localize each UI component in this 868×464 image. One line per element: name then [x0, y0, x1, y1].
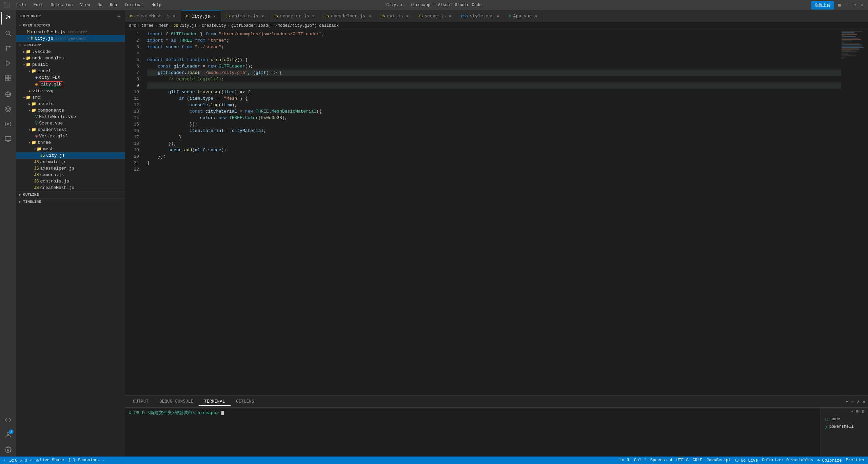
city-close-icon[interactable]: ✕: [27, 36, 29, 41]
menu-file[interactable]: File: [15, 2, 27, 8]
folder-node-modules[interactable]: ▶ 📁 node_modules: [16, 55, 125, 61]
tab-scene-close[interactable]: ✕: [448, 14, 453, 19]
folder-src[interactable]: ▾ 📁 src: [16, 94, 125, 101]
open-editor-createMesh[interactable]: M createMesh.js src\three: [16, 29, 125, 35]
folder-mesh[interactable]: ▾ 📁 mesh: [16, 146, 125, 152]
file-city-glb[interactable]: ◉ city.glb: [16, 81, 125, 88]
live-share-button[interactable]: ◎ Live Share: [36, 458, 64, 463]
folder-model[interactable]: ▾ 📁 model: [16, 68, 125, 74]
code-editor[interactable]: 1 2 3 4 5 6 7 8 9 10 11 12 13 14 15 16 1: [125, 30, 841, 395]
outline-header[interactable]: ▶ OUTLINE: [16, 191, 125, 198]
layout-icon[interactable]: ⊞: [838, 2, 841, 8]
go-live[interactable]: ⬡ Go Live: [735, 458, 758, 463]
activity-remote-explorer[interactable]: [1, 88, 15, 101]
menu-selection[interactable]: Selection: [50, 2, 74, 8]
open-editor-city[interactable]: ✕ M City.js src\three\mesh: [16, 35, 125, 42]
tab-city[interactable]: JS City.js ✕: [181, 10, 221, 22]
tab-createMesh-close[interactable]: ✕: [172, 14, 177, 19]
maximize-button[interactable]: □: [852, 3, 857, 7]
activity-search[interactable]: [1, 26, 15, 40]
file-vite-svg[interactable]: ✦ vite.svg: [16, 88, 125, 94]
activity-extra4[interactable]: [1, 413, 15, 427]
folder-three[interactable]: ▾ 📁 three: [16, 139, 125, 146]
file-vertex-glsl[interactable]: ✾ Vertex.glsl: [16, 133, 125, 139]
code-content[interactable]: import { GLTFLoader } from "three/exampl…: [142, 30, 841, 395]
folder-vscode[interactable]: ▶ 📁 .vscode: [16, 49, 125, 55]
panel-tab-terminal[interactable]: TERMINAL: [199, 398, 231, 406]
sidebar-more-button[interactable]: ⋯: [118, 13, 121, 19]
breadcrumb-createcity[interactable]: createCity: [202, 23, 226, 28]
file-createmesh-js[interactable]: JS createMesh.js: [16, 185, 125, 191]
activity-accounts[interactable]: 1: [1, 428, 15, 442]
line-endings[interactable]: CRLF: [693, 458, 703, 463]
terminal-trash-icon[interactable]: 🗑: [861, 409, 865, 414]
panel-collapse[interactable]: ∧: [857, 399, 860, 405]
breadcrumb-three[interactable]: three: [141, 23, 154, 28]
timeline-header[interactable]: ▶ TIMELINE: [16, 198, 125, 205]
scanning-status[interactable]: {·} Scanning...: [68, 458, 105, 463]
panel-more[interactable]: ⋯: [851, 399, 854, 405]
minimize-button[interactable]: ─: [845, 3, 850, 7]
menu-edit[interactable]: Edit: [32, 2, 45, 8]
activity-source-control[interactable]: [1, 41, 15, 55]
tab-appvue-close[interactable]: ✕: [534, 14, 538, 19]
colorize[interactable]: ⊘ Colorize: [817, 458, 842, 463]
terminal-content[interactable]: ⊙ PS D:\新建文件夹\智慧城市\threeapp>: [125, 408, 821, 457]
upload-button[interactable]: 拖拽上传: [811, 1, 834, 9]
menu-run[interactable]: Run: [108, 2, 119, 8]
tab-renderer[interactable]: JS renderer.js ✕: [270, 10, 320, 22]
cursor-position[interactable]: Ln 9, Col 1: [619, 458, 646, 463]
tab-axeshelper[interactable]: JS axesHelper.js ✕: [320, 10, 377, 22]
terminal-session-node[interactable]: ⬡ node: [821, 415, 868, 423]
tab-scene[interactable]: JS scene.js ✕: [414, 10, 457, 22]
terminal-session-powershell[interactable]: ❯ powershell: [821, 423, 868, 430]
activity-extensions[interactable]: [1, 71, 15, 85]
tab-style[interactable]: CSS style.css ✕: [457, 10, 505, 22]
tab-gui-close[interactable]: ✕: [405, 14, 410, 19]
activity-settings[interactable]: [1, 443, 15, 457]
file-scene-vue[interactable]: V Scene.vue: [16, 120, 125, 127]
activity-extra1[interactable]: [1, 102, 15, 116]
panel-close[interactable]: ✕: [863, 399, 865, 405]
folder-components[interactable]: ▾ 📁 components: [16, 107, 125, 114]
language-mode[interactable]: JavaScript: [706, 458, 731, 463]
menu-go[interactable]: Go: [96, 2, 103, 8]
file-city-js-tree[interactable]: JS City.js: [16, 152, 125, 159]
breadcrumb-callback[interactable]: gltfLoader.load("./model/city.glb") call…: [231, 23, 339, 28]
panel-tab-output[interactable]: OUTPUT: [127, 398, 154, 406]
menu-terminal[interactable]: Terminal: [123, 2, 145, 8]
file-city-fbx[interactable]: ◈ city.FBX: [16, 74, 125, 81]
tab-animate-close[interactable]: ✕: [260, 14, 265, 19]
tab-animate[interactable]: JS animate.js ✕: [221, 10, 269, 22]
threeapp-section[interactable]: ▾ THREEAPP: [16, 42, 125, 49]
activity-extra3[interactable]: [1, 132, 15, 146]
terminal-split-icon[interactable]: ⊟: [856, 409, 859, 414]
tab-axeshelper-close[interactable]: ✕: [367, 14, 372, 19]
terminal-new-icon[interactable]: +: [851, 409, 853, 414]
activity-explorer[interactable]: [1, 12, 15, 25]
git-status[interactable]: ⎇ 0 △ 0 ✕: [9, 458, 32, 463]
menu-view[interactable]: View: [79, 2, 91, 8]
tab-city-close[interactable]: ✕: [212, 14, 217, 19]
breadcrumb-src[interactable]: src: [129, 23, 136, 28]
folder-assets[interactable]: ▶ 📁 assets: [16, 101, 125, 107]
file-axeshelper-js[interactable]: JS axesHelper.js: [16, 165, 125, 172]
open-editors-section[interactable]: ▾ OPEN EDITORS: [16, 22, 125, 29]
panel-tab-gitlens[interactable]: GITLENS: [231, 398, 260, 406]
breadcrumb-cityjs[interactable]: City.js: [179, 23, 196, 28]
colorize-count[interactable]: Colorize: 0 variables: [762, 458, 813, 463]
tab-appvue[interactable]: V App.vue ✕: [505, 10, 543, 22]
tab-gui[interactable]: JS gui.js ✕: [376, 10, 414, 22]
breadcrumb-mesh[interactable]: mesh: [159, 23, 169, 28]
activity-extra2[interactable]: [1, 117, 15, 131]
close-button[interactable]: ✕: [860, 3, 865, 7]
tab-style-close[interactable]: ✕: [496, 14, 500, 19]
panel-tab-debug-console[interactable]: DEBUG CONSOLE: [154, 398, 199, 406]
file-helloworld-vue[interactable]: V HelloWorld.vue: [16, 114, 125, 120]
tab-createMesh[interactable]: JS createMesh.js ✕: [125, 10, 181, 22]
activity-run-debug[interactable]: [1, 56, 15, 70]
file-animate-js[interactable]: JS animate.js: [16, 159, 125, 165]
remote-indicator[interactable]: ⚡: [3, 458, 5, 463]
folder-public[interactable]: ▾ 📁 public: [16, 61, 125, 68]
prettier[interactable]: Prettier: [846, 458, 865, 463]
